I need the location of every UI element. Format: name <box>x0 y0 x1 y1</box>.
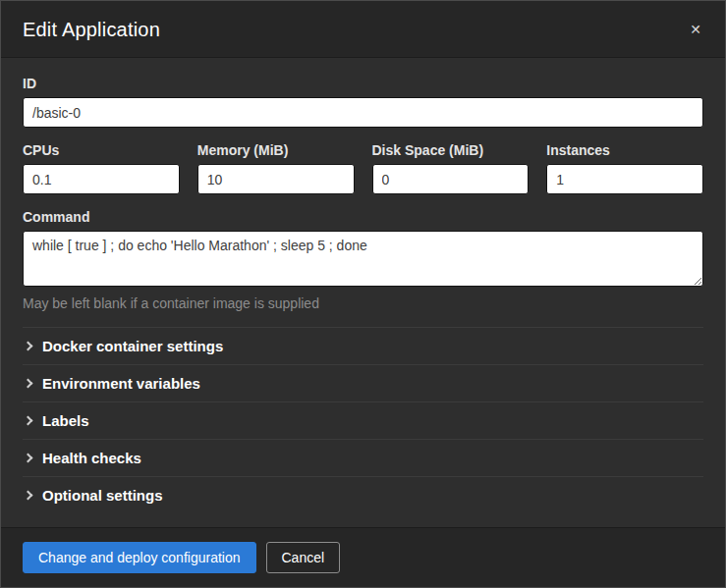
section-optional-settings[interactable]: Optional settings <box>23 476 703 513</box>
modal-footer: Change and deploy configuration Cancel <box>1 527 725 587</box>
resources-row: CPUs Memory (MiB) Disk Space (MiB) Insta… <box>23 142 703 194</box>
id-field-group: ID <box>23 76 703 128</box>
disk-label: Disk Space (MiB) <box>372 142 530 158</box>
command-textarea[interactable]: while [ true ] ; do echo 'Hello Marathon… <box>23 231 703 287</box>
chevron-right-icon <box>24 454 33 463</box>
section-environment-variables[interactable]: Environment variables <box>23 364 703 401</box>
memory-field-group: Memory (MiB) <box>197 142 355 194</box>
chevron-right-icon <box>24 416 33 426</box>
memory-input[interactable] <box>197 164 355 194</box>
modal-body: ID CPUs Memory (MiB) Disk Space (MiB) In… <box>1 58 725 527</box>
memory-label: Memory (MiB) <box>197 142 355 158</box>
instances-input[interactable] <box>546 164 703 194</box>
disk-input[interactable] <box>372 164 530 194</box>
section-label: Environment variables <box>42 375 200 392</box>
command-label: Command <box>23 209 703 225</box>
cpus-input[interactable] <box>23 164 180 194</box>
command-help-text: May be left blank if a container image i… <box>23 295 703 311</box>
cancel-button[interactable]: Cancel <box>266 542 341 573</box>
chevron-right-icon <box>24 379 33 389</box>
section-health-checks[interactable]: Health checks <box>23 439 703 476</box>
chevron-right-icon <box>24 342 33 351</box>
chevron-right-icon <box>24 491 33 501</box>
cpus-field-group: CPUs <box>23 142 180 194</box>
collapsible-sections: Docker container settings Environment va… <box>23 327 703 513</box>
id-label: ID <box>23 76 703 91</box>
section-labels[interactable]: Labels <box>23 401 703 439</box>
change-and-deploy-button[interactable]: Change and deploy configuration <box>23 542 256 573</box>
modal-title: Edit Application <box>23 19 160 41</box>
edit-application-modal: Edit Application ✕ ID CPUs Memory (MiB) … <box>0 0 726 588</box>
section-label: Labels <box>42 412 89 429</box>
close-icon[interactable]: ✕ <box>688 19 703 40</box>
command-field-group: Command while [ true ] ; do echo 'Hello … <box>23 209 703 311</box>
section-docker-container-settings[interactable]: Docker container settings <box>23 327 703 364</box>
cpus-label: CPUs <box>23 142 180 158</box>
section-label: Health checks <box>42 450 141 466</box>
modal-header: Edit Application ✕ <box>1 1 725 58</box>
id-input[interactable] <box>23 97 703 128</box>
section-label: Docker container settings <box>42 338 223 354</box>
instances-label: Instances <box>546 142 703 158</box>
section-label: Optional settings <box>42 487 163 504</box>
disk-field-group: Disk Space (MiB) <box>372 142 530 194</box>
instances-field-group: Instances <box>546 142 703 194</box>
